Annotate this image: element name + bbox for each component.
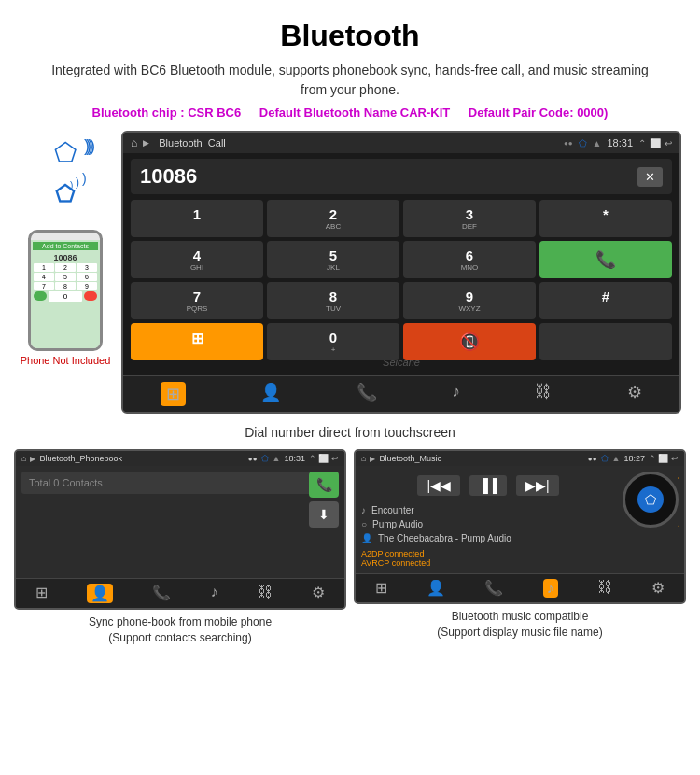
- call-button[interactable]: 📞: [539, 241, 672, 278]
- signal-bars-icon: ▲: [593, 138, 602, 148]
- sm-end-btn: [84, 291, 97, 301]
- mu-signal-bar-icon: ▲: [612, 454, 621, 463]
- sm-key-1: 1: [34, 263, 54, 272]
- key-hash[interactable]: #: [539, 282, 672, 319]
- mu-nav-dialpad-icon[interactable]: ⊞: [375, 579, 387, 598]
- pb-call-icon: 📞: [316, 477, 332, 492]
- nav-music-icon[interactable]: ♪: [452, 382, 460, 406]
- music-head-unit: ⌂ ▶ Bluetooth_Music ●● ⬠ ▲ 18:27 ⌃ ⬜ ↩ ⬠…: [354, 449, 686, 604]
- avrcp-status: AVRCP connected: [361, 558, 679, 568]
- mu-nav-contacts-icon[interactable]: 👤: [427, 579, 445, 598]
- bt-disk-icon: ⬠: [637, 486, 664, 513]
- call-icon: 📞: [595, 249, 616, 270]
- pb-nav-link-icon[interactable]: ⛓: [258, 584, 273, 603]
- phonebook-side-buttons: 📞 ⬇: [309, 472, 339, 528]
- spec-pair: Default Pair Code: 0000): [469, 106, 609, 120]
- dialed-number: 10086: [140, 164, 197, 189]
- nav-contacts-icon[interactable]: 👤: [260, 382, 281, 406]
- pb-nav-contacts-icon[interactable]: 👤: [87, 584, 113, 603]
- key-8[interactable]: 8TUV: [267, 282, 399, 319]
- nav-settings-icon[interactable]: ⚙: [627, 382, 642, 406]
- mu-dots-icon: ●●: [588, 455, 597, 463]
- playback-controls: |◀◀ ▐▐ ▶▶|: [361, 472, 615, 500]
- signal-arcs-icon: )))): [84, 136, 91, 156]
- dialpad-icon-button[interactable]: ⊞: [131, 323, 263, 360]
- sm-key-3: 3: [77, 263, 97, 272]
- music-note-decor2-icon: ♫: [677, 517, 679, 530]
- pb-download-button[interactable]: ⬇: [309, 501, 339, 528]
- dialpad-area: 10086 ✕ 1 2ABC 3DEF *: [123, 153, 679, 375]
- bluetooth-symbol-icon: ⬠: [54, 140, 77, 166]
- key-5[interactable]: 5JKL: [267, 241, 399, 278]
- nav-link-icon[interactable]: ⛓: [535, 382, 552, 406]
- svg-text:): ): [82, 172, 87, 186]
- mu-nav-music-icon[interactable]: ♪: [543, 579, 558, 598]
- pb-nav-settings-icon[interactable]: ⚙: [312, 584, 325, 603]
- end-call-button[interactable]: 📵: [403, 323, 536, 360]
- sm-number: 10086: [33, 252, 98, 263]
- key-3[interactable]: 3DEF: [403, 200, 536, 237]
- key-6[interactable]: 6MNO: [403, 241, 536, 278]
- dial-statusbar: ⌂ ▶ Bluetooth_Call ●● ⬠ ▲ 18:31 ⌃ ⬜ ↩: [123, 133, 679, 153]
- backspace-button[interactable]: ✕: [637, 167, 663, 187]
- sm-call-btn: [34, 291, 47, 301]
- key-star[interactable]: *: [539, 200, 672, 237]
- nav-dialpad-icon[interactable]: ⊞: [161, 382, 186, 406]
- pb-time: 18:31: [284, 454, 305, 463]
- status-dots-icon: ●●: [564, 139, 573, 148]
- page-title: Bluetooth: [0, 0, 700, 61]
- mu-nav-link-icon[interactable]: ⛓: [597, 579, 612, 598]
- a2dp-status: A2DP connected: [361, 549, 679, 558]
- phonebook-statusbar: ⌂ ▶ Bluetooth_Phonebook ●● ⬠ ▲ 18:31 ⌃ ⬜…: [16, 451, 344, 466]
- pb-nav-dialpad-icon[interactable]: ⊞: [35, 584, 48, 603]
- pb-bt-icon: ⬠: [261, 454, 269, 463]
- key-0[interactable]: 0+: [267, 323, 399, 360]
- pb-nav-music-icon[interactable]: ♪: [211, 584, 218, 603]
- next-button[interactable]: ▶▶|: [516, 475, 559, 496]
- mu-nav-settings-icon[interactable]: ⚙: [651, 579, 665, 598]
- track-2: ○ Pump Audio: [361, 517, 615, 531]
- key-4[interactable]: 4GHI: [131, 241, 263, 278]
- svg-text:): ): [76, 176, 79, 189]
- key-2[interactable]: 2ABC: [267, 200, 399, 237]
- play-pause-button[interactable]: ▐▐: [469, 475, 507, 496]
- pb-download-icon: ⬇: [318, 507, 329, 522]
- nav-phone-icon[interactable]: 📞: [357, 382, 377, 406]
- description-text: Integrated with BC6 Bluetooth module, su…: [0, 61, 700, 106]
- sm-key-9: 9: [77, 282, 97, 290]
- signal-icon: ▶: [143, 138, 149, 148]
- end-call-icon: 📵: [459, 331, 480, 352]
- dial-head-unit: ⌂ ▶ Bluetooth_Call ●● ⬠ ▲ 18:31 ⌃ ⬜ ↩ 10…: [121, 131, 681, 414]
- bt-status-icon: ⬠: [579, 138, 587, 148]
- mu-time: 18:27: [623, 454, 645, 463]
- circle-icon: ○: [361, 519, 367, 529]
- sm-key-6: 6: [77, 273, 97, 281]
- bluetooth-icon-wrap: ⬠ )))): [54, 140, 77, 166]
- dial-screen-label: Bluetooth_Call: [155, 137, 558, 148]
- mu-bt-icon: ⬠: [601, 454, 609, 463]
- specs-line: Bluetooth chip : CSR BC6 Default Bluetoo…: [0, 106, 700, 131]
- sm-key-4: 4: [34, 273, 54, 281]
- bottom-screens: ⌂ ▶ Bluetooth_Phonebook ●● ⬠ ▲ 18:31 ⌃ ⬜…: [0, 449, 700, 654]
- phonebook-content: 📞 ⬇ Total 0 Contacts: [16, 466, 344, 578]
- phone-mock: ⬠ )))) ⬠ ) ) ) Add to Contacts 10086 1 2: [19, 131, 112, 366]
- music-statusbar: ⌂ ▶ Bluetooth_Music ●● ⬠ ▲ 18:27 ⌃ ⬜ ↩: [356, 451, 684, 466]
- mu-nav-phone-icon[interactable]: 📞: [484, 579, 503, 598]
- phonebook-navbar: ⊞ 👤 📞 ♪ ⛓ ⚙: [16, 578, 344, 608]
- phonebook-label: Bluetooth_Phonebook: [39, 454, 244, 463]
- music-content: ⬠ ♪ ♫ |◀◀ ▐▐ ▶▶| ♪ Encounter: [356, 466, 684, 573]
- sm-add-contacts: Add to Contacts: [33, 242, 98, 250]
- key-7[interactable]: 7PQRS: [131, 282, 263, 319]
- top-right-icons: ⌃ ⬜ ↩: [638, 138, 672, 148]
- prev-button[interactable]: |◀◀: [417, 475, 460, 496]
- pb-nav-phone-icon[interactable]: 📞: [152, 584, 171, 603]
- phonebook-wrap: ⌂ ▶ Bluetooth_Phonebook ●● ⬠ ▲ 18:31 ⌃ ⬜…: [14, 449, 346, 646]
- music-note-decor-icon: ♪: [677, 472, 679, 482]
- pb-call-button[interactable]: 📞: [309, 472, 339, 498]
- phonebook-caption: Sync phone-book from mobile phone (Suppo…: [89, 614, 272, 646]
- track-3: 👤 The Cheebacabra - Pump Audio: [361, 531, 679, 545]
- spec-name: Default Bluetooth Name CAR-KIT: [259, 106, 450, 120]
- number-display: 10086 ✕: [131, 159, 672, 194]
- key-1[interactable]: 1: [131, 200, 263, 237]
- key-9[interactable]: 9WXYZ: [403, 282, 536, 319]
